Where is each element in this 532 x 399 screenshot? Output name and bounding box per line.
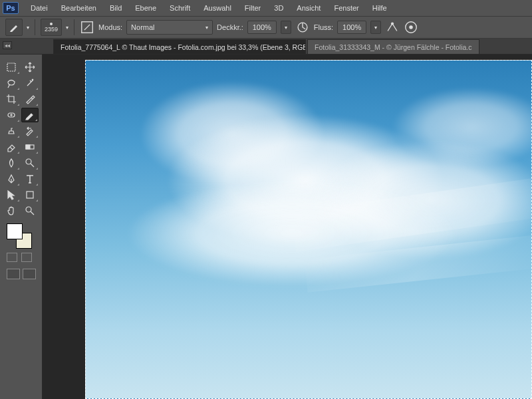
path-selection-tool[interactable] xyxy=(3,188,20,202)
standard-mode-icon[interactable] xyxy=(7,269,20,279)
color-swatches[interactable] xyxy=(7,223,32,249)
chevron-down-icon: ▾ xyxy=(205,25,208,31)
menu-schrift[interactable]: Schrift xyxy=(163,1,197,15)
airbrush-icon[interactable] xyxy=(385,20,400,35)
app-logo[interactable]: Ps xyxy=(3,2,19,14)
blur-tool[interactable] xyxy=(3,156,20,170)
magic-wand-tool[interactable] xyxy=(21,76,39,90)
document-tab-bar: ◂◂ Fotolia_7775064_L © Thaut Images - Fo… xyxy=(0,39,532,55)
document-canvas[interactable] xyxy=(85,60,532,399)
healing-brush-tool[interactable] xyxy=(3,108,20,122)
chevron-down-icon[interactable]: ▾ xyxy=(66,25,68,31)
swap-colors-icon[interactable] xyxy=(21,253,32,262)
tab-label: Fotolia_31333343_M - © Jürgen Fälchle - … xyxy=(315,43,472,51)
eyedropper-tool[interactable] xyxy=(21,92,39,106)
pressure-size-icon[interactable] xyxy=(404,20,418,35)
document-tab[interactable]: Fotolia_31333343_M - © Jürgen Fälchle - … xyxy=(307,39,479,54)
hand-tool[interactable] xyxy=(3,203,20,218)
tab-label: Fotolia_7775064_L © Thaut Images - Fotol… xyxy=(61,43,306,51)
menubar: Ps Datei Bearbeiten Bild Ebene Schrift A… xyxy=(0,0,532,16)
canvas-area[interactable] xyxy=(43,55,532,399)
brush-panel-toggle-icon[interactable] xyxy=(80,20,94,35)
collapse-panels-icon[interactable]: ◂◂ xyxy=(3,41,12,49)
brush-icon xyxy=(9,22,19,33)
mode-label: Modus: xyxy=(98,23,122,31)
svg-rect-10 xyxy=(27,192,33,198)
svg-rect-5 xyxy=(7,63,15,71)
pen-tool[interactable] xyxy=(3,172,20,186)
menu-bild[interactable]: Bild xyxy=(103,1,128,15)
menu-ebene[interactable]: Ebene xyxy=(128,1,163,15)
svg-point-2 xyxy=(391,22,394,25)
tool-preset-picker[interactable] xyxy=(5,19,23,36)
zoom-tool[interactable] xyxy=(21,203,39,218)
foreground-color[interactable] xyxy=(7,223,23,239)
opacity-caret[interactable]: ▾ xyxy=(281,21,291,34)
eraser-tool[interactable] xyxy=(3,140,20,154)
opacity-input[interactable]: 100% xyxy=(247,21,277,34)
lasso-tool[interactable] xyxy=(3,76,20,90)
svg-point-4 xyxy=(409,25,413,29)
flow-input[interactable]: 100% xyxy=(337,21,366,34)
gradient-tool[interactable] xyxy=(21,140,39,154)
move-tool[interactable] xyxy=(21,60,39,74)
svg-rect-8 xyxy=(26,145,30,149)
shape-tool[interactable] xyxy=(21,188,39,202)
svg-point-9 xyxy=(26,159,31,164)
type-tool[interactable] xyxy=(21,172,39,186)
chevron-down-icon[interactable]: ▾ xyxy=(27,25,29,31)
menu-3d[interactable]: 3D xyxy=(267,1,290,15)
marquee-tool[interactable] xyxy=(3,60,20,74)
menu-ansicht[interactable]: Ansicht xyxy=(290,1,327,15)
menu-filter[interactable]: Filter xyxy=(238,1,267,15)
brush-tool[interactable] xyxy=(21,108,39,122)
menu-auswahl[interactable]: Auswahl xyxy=(197,1,238,15)
crop-tool[interactable] xyxy=(3,92,20,106)
brush-size-value: 2359 xyxy=(45,26,58,33)
options-bar: ▾ 2359 ▾ Modus: Normal ▾ Deckkr.: 100% ▾… xyxy=(0,16,532,39)
blend-mode-value: Normal xyxy=(131,23,154,31)
menu-fenster[interactable]: Fenster xyxy=(327,1,365,15)
menu-datei[interactable]: Datei xyxy=(24,1,55,15)
blend-mode-select[interactable]: Normal ▾ xyxy=(126,20,213,35)
brush-size-picker[interactable]: 2359 xyxy=(41,19,62,36)
dodge-tool[interactable] xyxy=(21,156,39,170)
menu-bearbeiten[interactable]: Bearbeiten xyxy=(55,1,103,15)
flow-caret[interactable]: ▾ xyxy=(370,21,381,34)
history-brush-tool[interactable] xyxy=(21,124,39,138)
pressure-opacity-icon[interactable] xyxy=(295,20,310,35)
opacity-label: Deckkr.: xyxy=(217,23,243,31)
menu-hilfe[interactable]: Hilfe xyxy=(366,1,394,15)
quickmask-mode-icon[interactable] xyxy=(23,269,36,279)
flow-label: Fluss: xyxy=(314,23,333,31)
svg-point-11 xyxy=(26,207,31,212)
toolbox xyxy=(0,55,43,399)
document-tab-active[interactable]: Fotolia_7775064_L © Thaut Images - Fotol… xyxy=(53,39,306,54)
main-area xyxy=(0,55,532,399)
clone-stamp-tool[interactable] xyxy=(3,124,20,138)
default-colors-icon[interactable] xyxy=(7,253,17,262)
